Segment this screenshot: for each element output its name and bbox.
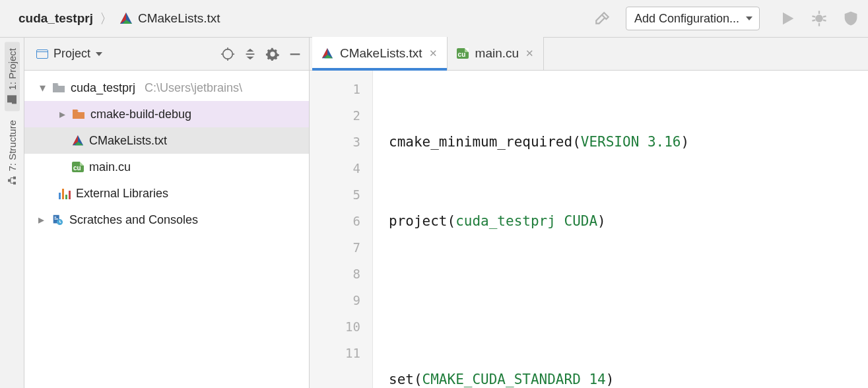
- breadcrumb-file-label: CMakeLists.txt: [138, 11, 220, 26]
- scratches-icon: [51, 214, 64, 226]
- run-configuration-select[interactable]: Add Configuration...: [626, 7, 760, 30]
- breadcrumb-project[interactable]: cuda_testprj: [18, 11, 93, 26]
- run-button[interactable]: [778, 9, 797, 28]
- tree-root-name: cuda_testprj: [71, 81, 135, 95]
- tree-scratches[interactable]: ▸ Scratches and Consoles: [24, 207, 309, 233]
- svg-point-16: [223, 49, 233, 59]
- svg-rect-24: [290, 53, 300, 55]
- run-configuration-label: Add Configuration...: [634, 12, 739, 26]
- tree-main-cu-label: main.cu: [89, 160, 131, 174]
- cuda-file-icon: cu: [72, 162, 84, 172]
- navigation-bar: cuda_testprj 〉 CMakeLists.txt Add Config…: [0, 0, 868, 38]
- svg-rect-29: [55, 217, 57, 218]
- external-libraries-icon: [59, 187, 71, 199]
- tree-cmakelists-label: CMakeLists.txt: [89, 134, 167, 148]
- svg-rect-30: [55, 218, 58, 219]
- left-tool-gutter: 1: Project 7: Structure: [0, 38, 24, 388]
- svg-line-9: [813, 20, 816, 20]
- close-icon[interactable]: ✕: [525, 48, 534, 59]
- chevron-right-icon: 〉: [100, 10, 113, 28]
- project-header: Project: [24, 38, 309, 71]
- structure-tab-icon: [7, 176, 17, 186]
- cmake-icon: [72, 135, 84, 146]
- svg-line-7: [813, 16, 816, 17]
- svg-marker-3: [783, 13, 793, 25]
- tree-main-cu[interactable]: cu main.cu: [24, 154, 309, 180]
- svg-line-8: [823, 16, 826, 17]
- hide-icon[interactable]: [288, 47, 302, 61]
- run-with-coverage-button[interactable]: [842, 9, 860, 28]
- tree-build-dir[interactable]: ▸ cmake-build-debug: [24, 101, 309, 127]
- tree-scratches-label: Scratches and Consoles: [69, 213, 198, 227]
- svg-rect-15: [8, 179, 11, 182]
- folder-icon: [72, 109, 85, 119]
- editor-gutter: 123 456 789 1011: [310, 71, 373, 388]
- left-tab-structure-label: 7: Structure: [7, 120, 18, 172]
- tab-main-cu[interactable]: cu main.cu ✕: [448, 37, 545, 70]
- svg-rect-12: [12, 102, 17, 104]
- breadcrumb-file[interactable]: CMakeLists.txt: [119, 11, 220, 26]
- editor-area: CMakeLists.txt ✕ cu main.cu ✕ 123 456 78…: [310, 38, 868, 388]
- project-view-selector[interactable]: Project: [36, 47, 102, 61]
- tree-root-path: C:\Users\jetbrains\: [145, 81, 242, 95]
- tree-external-libraries-label: External Libraries: [76, 187, 168, 201]
- tab-main-cu-label: main.cu: [475, 46, 519, 61]
- locate-icon[interactable]: [220, 47, 235, 61]
- breadcrumb[interactable]: cuda_testprj 〉 CMakeLists.txt: [18, 10, 220, 28]
- left-tab-project[interactable]: 1: Project: [5, 42, 20, 111]
- cmake-icon: [119, 12, 133, 25]
- window-icon: [36, 49, 48, 59]
- tab-cmakelists[interactable]: CMakeLists.txt ✕: [312, 37, 448, 70]
- svg-marker-23: [247, 56, 254, 59]
- svg-rect-22: [246, 53, 255, 55]
- project-view-label: Project: [53, 47, 102, 61]
- folder-icon: [52, 82, 65, 93]
- chevron-right-icon: ▸: [36, 212, 46, 227]
- svg-rect-13: [13, 182, 16, 185]
- tree-root[interactable]: ▾ cuda_testprj C:\Users\jetbrains\: [24, 75, 309, 101]
- left-tab-project-label: 1: Project: [7, 48, 18, 90]
- project-tab-icon: [7, 94, 17, 104]
- left-tab-structure[interactable]: 7: Structure: [5, 113, 20, 193]
- tree-cmakelists[interactable]: CMakeLists.txt: [24, 127, 309, 154]
- chevron-down-icon: ▾: [38, 81, 47, 95]
- gear-icon[interactable]: [265, 47, 280, 61]
- tab-cmakelists-label: CMakeLists.txt: [340, 46, 422, 61]
- svg-line-10: [823, 20, 826, 20]
- project-tool-window: Project ▾ cuda_testprj C:\Users\jetbrain…: [24, 38, 310, 388]
- editor[interactable]: 123 456 789 1011 cmake_minimum_required(…: [310, 71, 868, 388]
- tree-build-dir-label: cmake-build-debug: [90, 108, 191, 121]
- expand-all-icon[interactable]: [243, 47, 257, 61]
- svg-rect-14: [13, 177, 16, 179]
- cmake-icon: [321, 48, 333, 59]
- build-icon[interactable]: [594, 10, 611, 27]
- svg-rect-11: [7, 95, 17, 102]
- debug-button[interactable]: [810, 9, 828, 28]
- close-icon[interactable]: ✕: [429, 48, 438, 59]
- svg-marker-21: [247, 48, 254, 51]
- editor-code[interactable]: cmake_minimum_required(VERSION 3.16) pro…: [373, 71, 868, 388]
- project-tree[interactable]: ▾ cuda_testprj C:\Users\jetbrains\ ▸ cma…: [24, 71, 309, 388]
- tree-external-libraries[interactable]: External Libraries: [24, 180, 309, 207]
- chevron-right-icon: ▸: [57, 107, 67, 121]
- cuda-file-icon: cu: [457, 48, 469, 59]
- svg-point-4: [815, 15, 823, 22]
- editor-tab-bar: CMakeLists.txt ✕ cu main.cu ✕: [310, 38, 868, 71]
